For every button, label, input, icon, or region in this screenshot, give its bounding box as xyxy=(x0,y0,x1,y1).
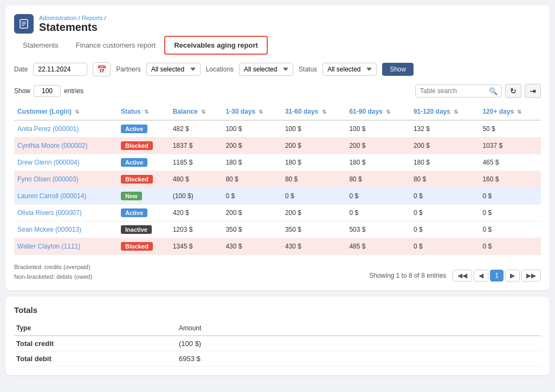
customer-link[interactable]: Anita Perez (000001) xyxy=(17,125,79,133)
totals-col-amount: Amount xyxy=(177,321,541,336)
cell-customer: Cynthia Moore (000002) xyxy=(14,138,118,154)
totals-amount: (100 $) xyxy=(177,336,541,351)
status-label: Status xyxy=(299,66,317,73)
calendar-button[interactable]: 📅 xyxy=(93,62,111,76)
sort-icon-61-90: ⇅ xyxy=(386,109,390,115)
cell-d1-30: 200 $ xyxy=(222,138,281,154)
cell-d31-60: 0 $ xyxy=(282,188,346,205)
status-select[interactable]: All selected xyxy=(322,63,377,76)
tab-finance-customers[interactable]: Finance customers report xyxy=(67,36,164,55)
cell-d61-90: 100 $ xyxy=(346,120,410,138)
customer-link[interactable]: Cynthia Moore (000002) xyxy=(17,142,87,149)
pagination: Showing 1 to 8 of 8 entries ◀◀ ◀ 1 ▶ ▶▶ xyxy=(369,270,541,282)
cell-d31-60: 200 $ xyxy=(282,138,346,154)
cell-status: Blocked xyxy=(118,171,170,188)
sort-icon-91-120: ⇅ xyxy=(454,109,458,115)
table-row: Fynn Olsen (000003) Blocked 480 $ 80 $ 8… xyxy=(14,171,541,188)
page-next-button[interactable]: ▶ xyxy=(505,270,520,282)
status-badge: Inactive xyxy=(121,225,152,234)
status-badge: Active xyxy=(121,208,147,217)
page-last-button[interactable]: ▶▶ xyxy=(521,270,541,282)
cell-balance: 1345 $ xyxy=(170,238,223,255)
data-table: Customer (Login) ⇅ Status ⇅ Balance ⇅ 1-… xyxy=(14,103,541,255)
cell-d1-30: 200 $ xyxy=(222,205,281,221)
breadcrumb-reports[interactable]: Reports xyxy=(82,15,103,21)
breadcrumb-administration[interactable]: Administration xyxy=(39,15,77,21)
status-badge: Active xyxy=(121,158,147,167)
footnote-line2: Non-bracketed: debits (owed) xyxy=(14,272,92,282)
sort-icon-customer: ⇅ xyxy=(75,109,79,115)
cell-d91-120: 0 $ xyxy=(410,205,480,221)
page-1-button[interactable]: 1 xyxy=(490,270,504,282)
app-icon xyxy=(14,14,34,34)
customer-link[interactable]: Fynn Olsen (000003) xyxy=(17,175,79,183)
sort-icon-1-30: ⇅ xyxy=(259,109,263,115)
col-balance: Balance ⇅ xyxy=(170,103,223,120)
page-prev-button[interactable]: ◀ xyxy=(474,270,488,282)
cell-status: New xyxy=(118,188,170,205)
tabs: Statements Finance customers report Rece… xyxy=(14,36,541,55)
cell-status: Active xyxy=(118,120,170,138)
cell-d91-120: 0 $ xyxy=(410,221,480,238)
sort-icon-120plus: ⇅ xyxy=(517,109,521,115)
show-button[interactable]: Show xyxy=(382,63,414,76)
date-input[interactable] xyxy=(33,63,87,76)
totals-title: Totals xyxy=(14,305,541,315)
cell-d120plus: 0 $ xyxy=(479,238,541,255)
cell-d61-90: 0 $ xyxy=(346,188,410,205)
locations-select[interactable]: All selected xyxy=(239,63,293,76)
show-label: Show xyxy=(14,87,30,95)
cell-status: Active xyxy=(118,154,170,171)
cell-d31-60: 100 $ xyxy=(282,120,346,138)
tab-receivables-aging[interactable]: Receivables aging report xyxy=(164,36,268,55)
cell-balance: 482 $ xyxy=(170,120,223,138)
cell-d31-60: 430 $ xyxy=(282,238,346,255)
cell-status: Blocked xyxy=(118,238,170,255)
entries-label: entries xyxy=(64,87,83,95)
customer-link[interactable]: Drew Glenn (000004) xyxy=(17,159,80,166)
totals-table: Type Amount Total credit (100 $) Total d… xyxy=(14,321,541,367)
totals-row: Total credit (100 $) xyxy=(14,336,541,351)
entries-input[interactable] xyxy=(34,85,61,97)
document-icon xyxy=(18,18,29,29)
partners-select[interactable]: All selected xyxy=(146,63,201,76)
table-row: Sean Mckee (000013) Inactive 1203 $ 350 … xyxy=(14,221,541,238)
cell-d120plus: 0 $ xyxy=(479,188,541,205)
table-row: Olivia Rivers (000007) Active 420 $ 200 … xyxy=(14,205,541,221)
locations-label: Locations xyxy=(206,66,234,73)
cell-d91-120: 0 $ xyxy=(410,238,480,255)
status-badge: Blocked xyxy=(121,141,153,150)
cell-d120plus: 1037 $ xyxy=(479,138,541,154)
cell-d120plus: 0 $ xyxy=(479,205,541,221)
sort-icon-status: ⇅ xyxy=(144,109,149,115)
customer-link[interactable]: Lauren Carroll (000014) xyxy=(17,192,86,200)
cell-d120plus: 160 $ xyxy=(479,171,541,188)
totals-col-type: Type xyxy=(14,321,177,336)
col-days-120plus: 120+ days ⇅ xyxy=(479,103,541,120)
cell-status: Blocked xyxy=(118,138,170,154)
customer-link[interactable]: Sean Mckee (000013) xyxy=(17,226,81,233)
cell-balance: (100 $) xyxy=(170,188,223,205)
cell-d91-120: 0 $ xyxy=(410,188,480,205)
cell-d31-60: 180 $ xyxy=(282,154,346,171)
status-badge: Active xyxy=(121,125,147,133)
footnote-line1: Bracketed: credits (overpaid) xyxy=(14,263,92,272)
customer-link[interactable]: Olivia Rivers (000007) xyxy=(17,209,82,217)
refresh-button[interactable]: ↻ xyxy=(505,84,521,98)
totals-amount: 6953 $ xyxy=(177,351,541,367)
cell-d31-60: 80 $ xyxy=(282,171,346,188)
export-button[interactable]: ⇥ xyxy=(525,84,541,98)
tab-statements[interactable]: Statements xyxy=(14,36,67,55)
date-label: Date xyxy=(14,66,28,73)
breadcrumb: Administration / Reports / xyxy=(39,15,106,21)
col-customer: Customer (Login) ⇅ xyxy=(14,103,118,120)
customer-link[interactable]: Walter Clayton (1111) xyxy=(17,243,80,250)
cell-balance: 420 $ xyxy=(170,205,223,221)
page-first-button[interactable]: ◀◀ xyxy=(453,270,472,282)
totals-row: Total debit 6953 $ xyxy=(14,351,541,367)
table-row: Anita Perez (000001) Active 482 $ 100 $ … xyxy=(14,120,541,138)
cell-d120plus: 50 $ xyxy=(479,120,541,138)
cell-d61-90: 80 $ xyxy=(346,171,410,188)
cell-d1-30: 350 $ xyxy=(222,221,281,238)
status-badge: Blocked xyxy=(121,175,153,184)
